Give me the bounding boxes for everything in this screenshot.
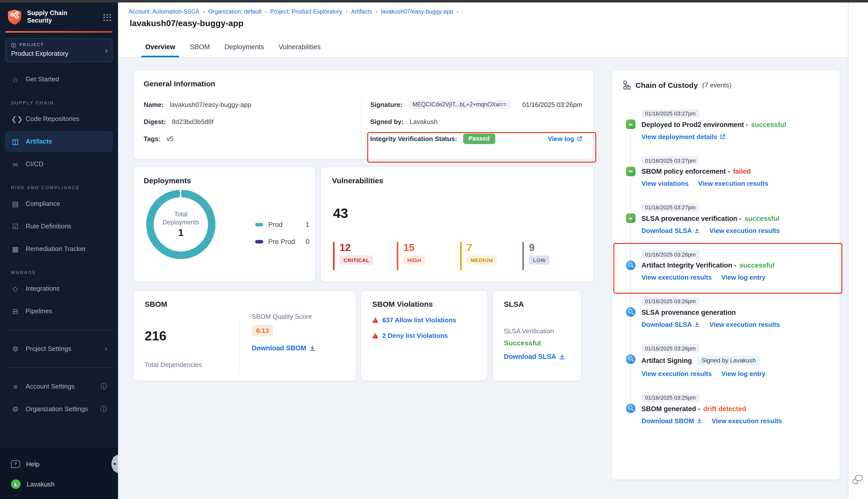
- event-item: 01/16/2025 03:27pm SBOM policy enforceme…: [641, 155, 829, 187]
- chain-of-custody-icon: [623, 80, 631, 90]
- help-button[interactable]: ? Help: [0, 454, 118, 474]
- legend-swatch: [255, 223, 263, 226]
- project-label-row: ◫ PROJECT: [11, 42, 107, 47]
- signed-by-row: Signed by: Lavakush: [370, 116, 583, 127]
- general-information-card: General Information Name: lavakush07/eas…: [133, 70, 594, 159]
- app-grid-icon[interactable]: [104, 14, 111, 21]
- download-slsa-link[interactable]: Download SLSA: [504, 353, 570, 361]
- project-cube-icon: ◫: [11, 42, 16, 47]
- event-link[interactable]: Download SBOM: [641, 417, 702, 424]
- sidebar-item[interactable]: ▦ Remediation Tracker: [5, 238, 113, 259]
- vulnerabilities-title: Vulnerabilities: [332, 176, 582, 185]
- clipboard-check-icon: ☑: [11, 222, 20, 230]
- sidebar-item[interactable]: SUPPLY CHAIN: [11, 100, 118, 105]
- sidebar-item[interactable]: ▤ Compliance: [5, 193, 113, 214]
- sidebar-item-label: Organization Settings: [26, 405, 88, 413]
- sidebar-item[interactable]: ◇ Integrations: [5, 278, 113, 299]
- severity-item: 15 HIGH: [397, 242, 425, 270]
- violation-link[interactable]: 637 Allow list Violations: [382, 316, 456, 324]
- code-repo-icon: ❮❯: [11, 115, 20, 123]
- tab[interactable]: Deployments: [220, 37, 268, 57]
- event-item: 01/16/2025 03:27pm SLSA provenance verif…: [641, 202, 829, 234]
- breadcrumb-link[interactable]: Project: Product Exploratory: [270, 9, 342, 14]
- event-link[interactable]: View execution results: [641, 370, 712, 378]
- event-status: failed: [733, 168, 751, 175]
- event-status: successful: [739, 261, 774, 269]
- user-menu[interactable]: L Lavakush: [0, 474, 118, 494]
- event-link[interactable]: View deployment details: [641, 133, 725, 140]
- project-label: PROJECT: [19, 42, 44, 47]
- event-link[interactable]: View execution results: [698, 180, 768, 187]
- info-icon: ⓘ: [100, 382, 107, 391]
- event-link[interactable]: View execution results: [710, 227, 780, 234]
- sidebar-item[interactable]: [6, 367, 112, 368]
- violation-row: 2 Deny list Violations: [372, 332, 476, 339]
- event-status: successful: [751, 121, 786, 128]
- sidebar-item-label: RISK AND COMPLIANCE: [11, 184, 80, 190]
- event-status: drift detected: [703, 405, 746, 412]
- legend-value: 1: [306, 221, 310, 228]
- sidebar-item[interactable]: MANAGE: [11, 269, 118, 275]
- event-timestamp: 01/16/2025 03:27pm: [641, 109, 699, 118]
- chat-bubbles-icon[interactable]: [853, 475, 863, 484]
- deployments-card: Deployments Total Deployments 1 Prod 1: [133, 167, 316, 282]
- sidebar-item[interactable]: ∞ CI/CD: [5, 153, 113, 174]
- page-title: lavakush07/easy-buggy-app: [130, 19, 848, 28]
- severity-item: 7 MEDIUM: [460, 242, 497, 270]
- event-link[interactable]: View log entry: [721, 273, 765, 281]
- sidebar-item-label: Rule Definitions: [26, 222, 71, 230]
- event-link[interactable]: Download SLSA: [641, 320, 700, 328]
- digest-value: 8d23bd3b5d8f: [172, 118, 214, 125]
- project-selector[interactable]: ◫ PROJECT Product Exploratory ›: [5, 38, 112, 62]
- sidebar-item-label: Compliance: [26, 200, 60, 207]
- event-link[interactable]: View execution results: [710, 320, 780, 328]
- sidebar-item-label: Integrations: [26, 285, 60, 292]
- violation-row: 637 Allow list Violations: [372, 316, 476, 324]
- event-link[interactable]: Download SLSA: [641, 227, 700, 234]
- tab[interactable]: Overview: [141, 37, 179, 57]
- sidebar-item[interactable]: ❮❯ Code Repositories: [5, 108, 113, 129]
- severity-item: 9 LOW: [522, 242, 550, 270]
- view-log-link[interactable]: View log: [548, 135, 582, 142]
- breadcrumb-link[interactable]: Organization: default: [208, 9, 262, 14]
- divider: [239, 321, 240, 372]
- signed-by-badge: Signed by Lavakush: [697, 355, 760, 365]
- breadcrumb-link[interactable]: Account: Automation-SSCA: [129, 9, 199, 14]
- sidebar-item[interactable]: ◫ Artifacts: [5, 131, 113, 152]
- sidebar-item[interactable]: [6, 330, 112, 330]
- chain-of-custody-title: Chain of Custody: [636, 81, 698, 89]
- violation-link[interactable]: 2 Deny list Violations: [382, 332, 448, 339]
- breadcrumb-link[interactable]: lavakush07/easy-buggy-app: [381, 9, 453, 14]
- sidebar-item[interactable]: ⌂ Get Started: [5, 69, 113, 89]
- breadcrumb-item: lavakush07/easy-buggy-app ›: [381, 9, 462, 14]
- sidebar-item[interactable]: RISK AND COMPLIANCE: [11, 184, 118, 190]
- sidebar-item[interactable]: ⊟ Pipelines: [5, 301, 113, 321]
- breadcrumb-link[interactable]: Artifacts: [351, 9, 372, 14]
- event-link[interactable]: View violations: [641, 180, 688, 187]
- legend-label: Pre Prod: [268, 238, 295, 245]
- severity-count: 7: [467, 242, 497, 253]
- event-link[interactable]: View execution results: [712, 417, 782, 424]
- tab[interactable]: SBOM: [186, 37, 214, 57]
- sidebar-item[interactable]: ⚙ Project Settings ›: [5, 338, 113, 359]
- pipelines-icon: ⊟: [11, 307, 20, 315]
- app-root: Supply Chain Security ◫ PROJECT Product …: [0, 0, 868, 499]
- tags-row: Tags: v5: [144, 133, 361, 144]
- sidebar-item[interactable]: ≡ Account Settings ⓘ: [5, 376, 113, 397]
- event-timestamp: 01/16/2025 03:27pm: [641, 156, 699, 165]
- download-icon: [695, 228, 700, 233]
- status-badge: Passed: [463, 133, 495, 144]
- cd-pipeline-icon: [626, 120, 636, 129]
- event-link[interactable]: View execution results: [641, 273, 712, 281]
- cicd-infinity-icon: ∞: [11, 160, 20, 168]
- external-link-icon: [577, 136, 582, 141]
- sidebar-item[interactable]: ☑ Rule Definitions: [5, 216, 113, 237]
- sidebar-item[interactable]: ⚙ Organization Settings ⓘ: [5, 398, 113, 419]
- event-link[interactable]: View log entry: [721, 370, 765, 378]
- integrations-icon: ◇: [11, 284, 20, 292]
- download-sbom-link[interactable]: Download SBOM: [252, 344, 315, 352]
- event-title: Artifact Signing: [641, 357, 692, 364]
- product-title-line2: Security: [27, 17, 104, 25]
- tab[interactable]: Vulnerabilities: [275, 37, 325, 57]
- severity-badge: MEDIUM: [467, 256, 497, 265]
